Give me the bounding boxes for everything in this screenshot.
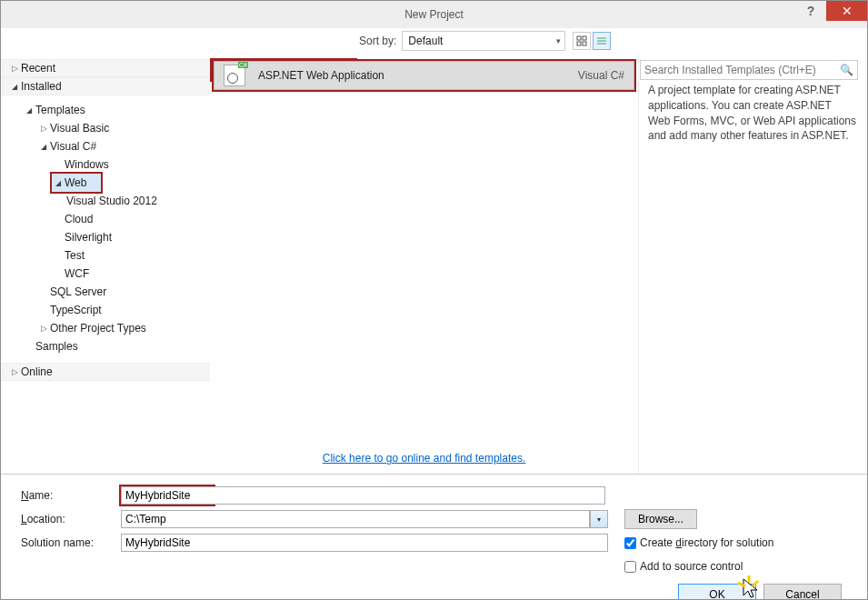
search-box[interactable]: 🔍 (640, 60, 858, 80)
tree-samples[interactable]: Samples (1, 337, 210, 355)
template-list: ASP.NET Web Application Visual C# Click … (210, 54, 638, 474)
location-label: Location: (21, 513, 121, 525)
name-input[interactable] (121, 486, 214, 505)
solution-name-label: Solution name: (21, 536, 121, 549)
name-input-ext[interactable] (213, 486, 605, 505)
ok-button[interactable]: OK (678, 584, 756, 600)
solution-name-input[interactable] (121, 534, 608, 552)
sortby-label: Sort by: (359, 35, 396, 47)
search-input[interactable] (644, 64, 840, 76)
tree-wcf[interactable]: WCF (1, 265, 210, 283)
window-title: New Project (404, 8, 464, 21)
name-label: Name: (21, 489, 121, 502)
sort-value: Default (408, 35, 443, 47)
help-button[interactable]: ? (795, 1, 826, 21)
template-lang: Visual C# (578, 69, 624, 82)
form-area: Name: Location: ▾ Browse... Solution nam… (1, 474, 867, 600)
view-small-icons-button[interactable] (573, 32, 591, 50)
details-pane: Type: Visual C# A project template for c… (638, 54, 867, 474)
create-directory-checkbox[interactable] (624, 537, 636, 549)
tree-silverlight[interactable]: Silverlight (1, 228, 210, 246)
tree-visual-basic[interactable]: Visual Basic (1, 119, 210, 137)
search-icon: 🔍 (840, 64, 853, 76)
tree-typescript[interactable]: TypeScript (1, 301, 210, 319)
svg-rect-0 (577, 36, 581, 40)
tree-visual-csharp[interactable]: Visual C# (1, 137, 210, 155)
titlebar: New Project ? ✕ (1, 1, 867, 28)
template-icon (224, 65, 245, 86)
tree-cloud[interactable]: Cloud (1, 210, 210, 228)
svg-rect-3 (583, 42, 586, 45)
sidebar-tree: Recent Installed Templates Visual Basic … (1, 54, 210, 474)
view-list-button[interactable] (593, 32, 611, 50)
tree-web[interactable]: Web (52, 174, 101, 192)
tree-sqlserver[interactable]: SQL Server (1, 283, 210, 301)
browse-button[interactable]: Browse... (624, 509, 697, 529)
sort-dropdown[interactable]: Default ▾ (402, 31, 565, 51)
tree-windows[interactable]: Windows (1, 155, 210, 174)
online-templates-link[interactable]: Click here to go online and find templat… (210, 452, 638, 465)
template-description: A project template for creating ASP.NET … (648, 83, 856, 144)
template-aspnet-web-app[interactable]: ASP.NET Web Application Visual C# (214, 61, 634, 90)
tree-test[interactable]: Test (1, 246, 210, 265)
window-controls: ? ✕ (795, 1, 867, 21)
source-control-label: Add to source control (640, 560, 743, 573)
source-control-checkbox[interactable] (624, 561, 636, 573)
tree-recent[interactable]: Recent (1, 59, 210, 77)
grid-icon (576, 35, 587, 46)
tree-other[interactable]: Other Project Types (1, 319, 210, 337)
tree-installed[interactable]: Installed (1, 77, 210, 95)
chevron-down-icon: ▾ (556, 36, 561, 45)
list-icon (596, 35, 607, 46)
tree-online[interactable]: Online (1, 363, 210, 381)
cancel-button[interactable]: Cancel (763, 584, 842, 600)
close-button[interactable]: ✕ (826, 1, 867, 21)
location-input[interactable] (121, 510, 590, 528)
tree-templates[interactable]: Templates (1, 101, 210, 119)
location-dropdown-button[interactable]: ▾ (590, 510, 608, 528)
svg-rect-1 (583, 36, 586, 40)
template-name: ASP.NET Web Application (258, 69, 384, 82)
svg-rect-2 (577, 42, 581, 45)
tree-vs2012[interactable]: Visual Studio 2012 (1, 192, 210, 210)
create-directory-label: Create directory for solution (640, 536, 773, 549)
